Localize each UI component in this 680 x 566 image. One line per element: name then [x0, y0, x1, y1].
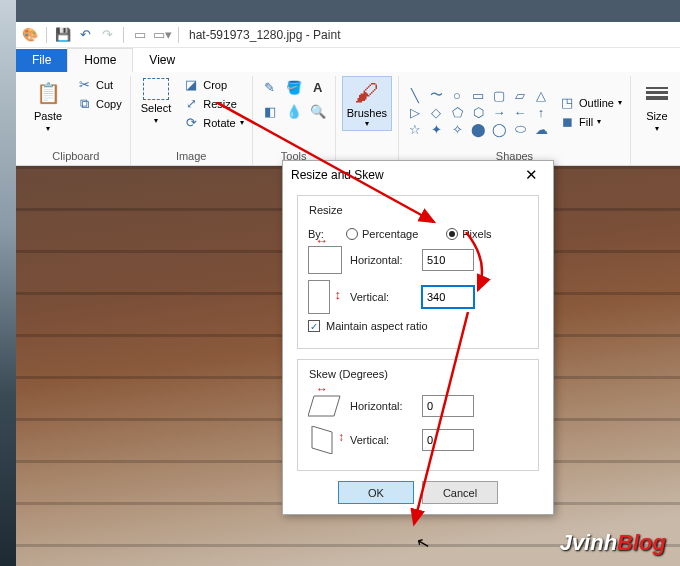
dialog-titlebar[interactable]: Resize and Skew ✕	[283, 161, 553, 189]
svg-marker-0	[308, 396, 340, 416]
group-size: Size▾ .	[631, 76, 680, 165]
fill-shape-button[interactable]: ◼Fill ▾	[557, 113, 624, 130]
pixels-radio[interactable]: Pixels	[446, 228, 491, 240]
eraser-icon[interactable]: ◧	[259, 100, 281, 122]
picker-icon[interactable]: 💧	[283, 100, 305, 122]
resize-icon: ⤢	[183, 96, 199, 111]
resize-vertical-input[interactable]	[422, 286, 474, 308]
copy-icon: ⧉	[76, 96, 92, 112]
quick-access-toolbar: 🎨 💾 ↶ ↷ ▭ ▭▾ hat-591973_1280.jpg - Paint	[16, 22, 680, 48]
group-label-image: Image	[176, 148, 207, 165]
window-title: hat-591973_1280.jpg - Paint	[189, 28, 340, 42]
scissors-icon: ✂	[76, 77, 92, 92]
fill-icon[interactable]: 🪣	[283, 76, 305, 98]
brushes-button[interactable]: 🖌 Brushes▾	[342, 76, 392, 131]
pencil-icon[interactable]: ✎	[259, 76, 281, 98]
group-clipboard: 📋 Paste▾ ✂Cut ⧉Copy Clipboard	[22, 76, 131, 165]
percentage-radio[interactable]: Percentage	[346, 228, 418, 240]
cancel-button[interactable]: Cancel	[422, 481, 498, 504]
group-image: Select▾ ◪Crop ⤢Resize ⟳Rotate ▾ Image	[131, 76, 253, 165]
skew-v-label: Vertical:	[350, 434, 414, 446]
brush-icon: 🖌	[355, 79, 379, 107]
group-shapes: ╲〜○▭▢▱△ ▷◇⬠⬡→←↑ ☆✦✧⬤◯⬭☁ ◳Outline ▾ ◼Fill…	[399, 76, 631, 165]
ribbon: 📋 Paste▾ ✂Cut ⧉Copy Clipboard Select▾ ◪C…	[16, 72, 680, 166]
group-brushes: 🖌 Brushes▾ .	[336, 76, 399, 165]
outline-button[interactable]: ◳Outline ▾	[557, 94, 624, 111]
ribbon-tabs: File Home View	[16, 48, 680, 72]
select-button[interactable]: Select▾	[137, 76, 176, 127]
shapes-gallery[interactable]: ╲〜○▭▢▱△ ▷◇⬠⬡→←↑ ☆✦✧⬤◯⬭☁	[405, 87, 551, 137]
outline-icon: ◳	[559, 95, 575, 110]
crop-icon: ◪	[183, 77, 199, 92]
skew-v-graphic: ↕	[308, 426, 342, 454]
crop-button[interactable]: ◪Crop	[181, 76, 245, 93]
open-icon[interactable]: ▭▾	[152, 25, 172, 45]
resize-v-graphic	[308, 280, 330, 314]
resize-button[interactable]: ⤢Resize	[181, 95, 245, 112]
new-icon[interactable]: ▭	[130, 25, 150, 45]
ok-button[interactable]: OK	[338, 481, 414, 504]
paste-button[interactable]: 📋 Paste▾	[28, 76, 68, 135]
magnifier-icon[interactable]: 🔍	[307, 100, 329, 122]
skew-vertical-input[interactable]	[422, 429, 474, 451]
close-icon[interactable]: ✕	[517, 166, 545, 184]
tab-file[interactable]: File	[16, 49, 67, 72]
fillshape-icon: ◼	[559, 114, 575, 129]
dialog-title: Resize and Skew	[291, 168, 384, 182]
skew-legend: Skew (Degrees)	[306, 368, 391, 380]
clipboard-icon: 📋	[32, 78, 64, 108]
group-tools: ✎ 🪣 A ◧ 💧 🔍 Tools	[253, 76, 336, 165]
undo-icon[interactable]: ↶	[75, 25, 95, 45]
resize-h-label: Horizontal:	[350, 254, 414, 266]
rotate-icon: ⟳	[183, 115, 199, 130]
text-icon[interactable]: A	[307, 76, 329, 98]
select-icon	[143, 78, 169, 100]
resize-v-label: Vertical:	[350, 291, 414, 303]
skew-h-label: Horizontal:	[350, 400, 414, 412]
resize-horizontal-input[interactable]	[422, 249, 474, 271]
copy-button[interactable]: ⧉Copy	[74, 95, 124, 113]
group-label-clipboard: Clipboard	[52, 148, 99, 165]
rotate-button[interactable]: ⟳Rotate ▾	[181, 114, 245, 131]
tab-view[interactable]: View	[133, 49, 191, 72]
tab-home[interactable]: Home	[67, 48, 133, 72]
save-icon[interactable]: 💾	[53, 25, 73, 45]
skew-h-graphic: ↔	[308, 392, 342, 420]
maintain-aspect-checkbox[interactable]: ✓Maintain aspect ratio	[308, 320, 428, 332]
size-button[interactable]: Size▾	[637, 76, 677, 135]
size-icon	[641, 78, 673, 108]
resize-group: Resize By: Percentage Pixels Horizontal:…	[297, 195, 539, 349]
resize-skew-dialog: Resize and Skew ✕ Resize By: Percentage …	[282, 160, 554, 515]
skew-horizontal-input[interactable]	[422, 395, 474, 417]
app-icon: 🎨	[20, 25, 40, 45]
resize-h-graphic	[308, 246, 342, 274]
cut-button[interactable]: ✂Cut	[74, 76, 124, 93]
watermark: JvinhBlog	[560, 530, 666, 556]
redo-icon[interactable]: ↷	[97, 25, 117, 45]
resize-legend: Resize	[306, 204, 346, 216]
svg-marker-1	[312, 426, 332, 454]
skew-group: Skew (Degrees) ↔ Horizontal: ↕ Vertical:	[297, 359, 539, 471]
